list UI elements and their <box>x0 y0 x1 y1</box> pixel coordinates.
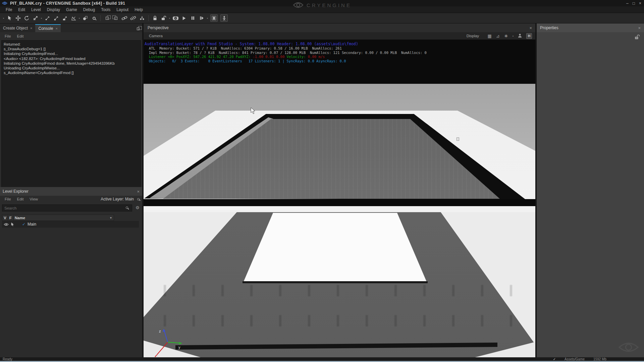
search-icon[interactable] <box>137 198 140 200</box>
menu-level[interactable]: Level <box>28 7 44 12</box>
menu-game[interactable]: Game <box>63 7 80 12</box>
snap-pivot-icon[interactable] <box>52 14 60 22</box>
triangle-icon[interactable]: ⊿ <box>496 34 500 39</box>
audio-debug-overlay: AudioTranslationLayer with Fmod Studio -… <box>145 42 427 63</box>
minimize-button[interactable]: – <box>626 1 629 6</box>
snap-angle-icon[interactable] <box>69 14 77 22</box>
unlock-icon[interactable] <box>634 34 640 41</box>
snap-terrain-icon[interactable] <box>81 14 89 22</box>
play-icon[interactable] <box>180 14 188 22</box>
character-icon[interactable] <box>220 14 228 22</box>
pause-icon[interactable] <box>189 14 197 22</box>
cursor-icon[interactable] <box>11 222 14 227</box>
status-ready: Ready <box>3 357 12 361</box>
search-icon[interactable] <box>126 206 128 209</box>
status-assets[interactable]: Assets/Game <box>565 357 585 361</box>
column-visible[interactable]: V <box>2 215 8 221</box>
dot-icon[interactable]: ▪ <box>513 35 514 38</box>
viewport-display-controls: Display ▦ ⊿ ∗ ▪ H <box>467 33 535 39</box>
properties-panel: Properties × <box>537 23 644 357</box>
window-title: PIT_BLANK.cry - CRYENGINE Sandbox [x64] … <box>10 1 125 6</box>
gear-icon[interactable]: ⚙ <box>136 205 140 210</box>
move-icon[interactable] <box>14 14 22 22</box>
console-line: Returned: <box>4 42 139 47</box>
select-group-icon[interactable] <box>103 14 111 22</box>
tab-perspective[interactable]: Perspective <box>144 25 173 30</box>
level-explorer-search-input[interactable] <box>2 204 132 212</box>
snap-vertex-icon[interactable] <box>43 14 51 22</box>
menu-file[interactable]: File <box>3 7 15 12</box>
bust-icon[interactable] <box>518 33 522 39</box>
console-line: Initializing CryAudioImplFmod done, MemU… <box>4 61 139 66</box>
chevron-down-icon[interactable]: ▾ <box>110 216 112 220</box>
portal-icon[interactable] <box>210 14 218 22</box>
lock-selection-icon[interactable] <box>151 14 159 22</box>
select-mask-icon[interactable] <box>112 14 120 22</box>
column-name[interactable]: Name <box>13 215 110 221</box>
close-icon[interactable]: × <box>137 189 140 194</box>
rotate-icon[interactable] <box>23 14 31 22</box>
step-forward-icon[interactable] <box>198 14 206 22</box>
menu-debug[interactable]: Debug <box>80 7 98 12</box>
close-button[interactable]: × <box>639 1 641 6</box>
cryengine-eye-icon <box>292 2 304 8</box>
active-layer-label: Active Layer: Main <box>101 197 142 201</box>
grid-icon[interactable]: ▦ <box>487 34 491 39</box>
column-frozen[interactable]: F <box>8 215 13 221</box>
close-icon[interactable]: × <box>638 25 641 31</box>
console-line: Unloading CryAudioImplWwise... <box>4 66 139 70</box>
lexp-menu-edit[interactable]: Edit <box>14 197 26 201</box>
viewport-panel: Perspective × Camera Display ▦ ⊿ ∗ ▪ H <box>144 23 535 357</box>
cryengine-sandbox-window: PIT_BLANK.cry - CRYENGINE Sandbox [x64] … <box>0 0 644 362</box>
pick-linked-icon[interactable] <box>138 14 146 22</box>
tab-create-object[interactable]: Create Object × <box>0 24 35 32</box>
helpers-toggle-button[interactable]: H <box>526 33 532 39</box>
lexp-menu-view[interactable]: View <box>27 197 41 201</box>
properties-header: Properties × <box>537 23 644 32</box>
tab-close-icon[interactable]: × <box>56 26 58 31</box>
tab-close-icon[interactable]: × <box>30 26 32 30</box>
level-explorer-columns: V F Name ▾ <box>2 215 114 221</box>
lexp-menu-file[interactable]: File <box>2 197 14 201</box>
menu-edit[interactable]: Edit <box>15 7 28 12</box>
status-memory: 1592 Mb <box>593 357 606 361</box>
maximize-button[interactable]: □ <box>633 1 635 6</box>
window-controls: – □ × <box>626 0 643 6</box>
float-panel-icon[interactable] <box>137 27 140 30</box>
record-icon[interactable] <box>171 14 179 22</box>
layer-row-main[interactable]: ✓ Main <box>2 221 139 228</box>
level-explorer-title: Level Explorer <box>3 189 29 194</box>
mouse-cursor <box>250 107 256 115</box>
main-toolbar <box>0 13 644 23</box>
console-line: s_DrawAudioDebug=1 [] <box>4 47 139 51</box>
level-explorer-panel: Level Explorer × File Edit View Active L… <box>0 187 142 357</box>
status-check-icon: ✓ <box>553 357 556 361</box>
audio-debug-line: Impl Memory: Bucket: 78 / ? KiB NumAlloc… <box>145 51 427 55</box>
display-menu[interactable]: Display <box>467 34 479 38</box>
layer-name: Main <box>28 222 36 227</box>
select-icon[interactable] <box>5 14 13 22</box>
close-icon[interactable]: × <box>529 25 532 31</box>
console-menu-edit[interactable]: Edit <box>14 34 26 38</box>
viewport-3d-scene[interactable]: AudioTranslationLayer with Fmod Studio -… <box>144 40 535 357</box>
unlock-selection-icon[interactable] <box>160 14 168 22</box>
viewport-tabbar: Perspective × <box>144 23 535 32</box>
scale-icon[interactable] <box>32 14 40 22</box>
status-right: ✓ Assets/Game 1592 Mb <box>553 357 641 361</box>
menu-help[interactable]: Help <box>131 7 146 12</box>
check-icon: ✓ <box>22 222 25 227</box>
menu-layout[interactable]: Layout <box>113 7 131 12</box>
console-line: s_AudioImplName=CryAudioImplFmod [] <box>4 70 139 75</box>
link-icon[interactable] <box>120 14 128 22</box>
console-menu-file[interactable]: File <box>2 34 14 38</box>
snap-edge-icon[interactable] <box>61 14 69 22</box>
tab-console[interactable]: Console × <box>35 24 60 32</box>
axis-gizmo: z y x <box>151 324 186 357</box>
menu-tools[interactable]: Tools <box>98 7 113 12</box>
unlink-icon[interactable] <box>129 14 137 22</box>
eye-icon[interactable] <box>4 223 9 226</box>
menu-display[interactable]: Display <box>44 7 63 12</box>
search-icon[interactable] <box>90 14 98 22</box>
gizmo-icon[interactable]: ∗ <box>504 33 508 39</box>
camera-menu[interactable]: Camera <box>144 34 163 38</box>
